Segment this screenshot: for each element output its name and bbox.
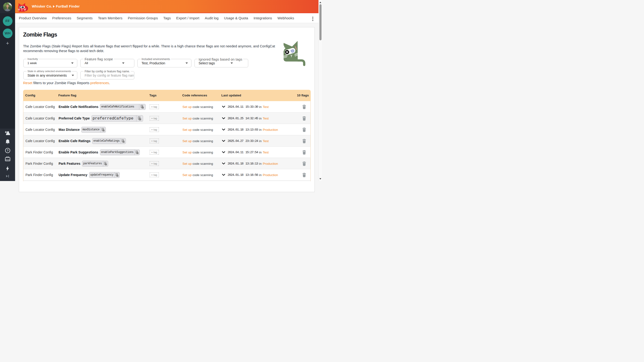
svg-text:?: ? bbox=[6, 149, 8, 152]
